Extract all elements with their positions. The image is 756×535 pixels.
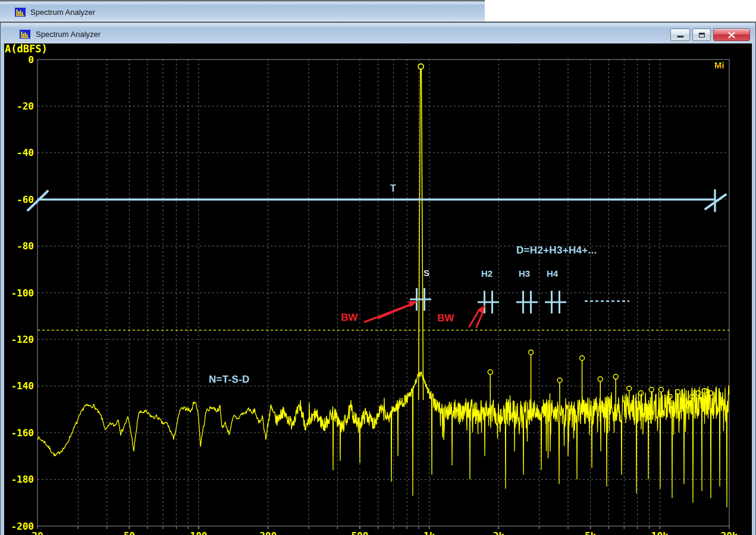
plot-client-area (4, 43, 752, 535)
background-window[interactable]: Spectrum Analyzer (0, 0, 485, 21)
spectrum-analyzer-app-icon (15, 8, 26, 17)
maximize-button[interactable] (692, 29, 711, 41)
desktop: { "back_window": { "title": "Spectrum An… (0, 0, 756, 535)
close-icon (728, 32, 736, 38)
minimize-icon (677, 36, 683, 37)
minimize-button[interactable] (670, 29, 690, 41)
spectrum-analyzer-window: Spectrum Analyzer (0, 21, 756, 535)
close-button[interactable] (713, 29, 750, 41)
restore-icon (699, 33, 705, 37)
background-window-title: Spectrum Analyzer (30, 8, 95, 17)
spectrum-analyzer-app-icon (20, 30, 30, 39)
window-controls (670, 29, 750, 41)
window-titlebar[interactable]: Spectrum Analyzer (1, 23, 755, 43)
background-window-titlebar[interactable]: Spectrum Analyzer (0, 2, 485, 21)
window-title: Spectrum Analyzer (36, 30, 101, 39)
